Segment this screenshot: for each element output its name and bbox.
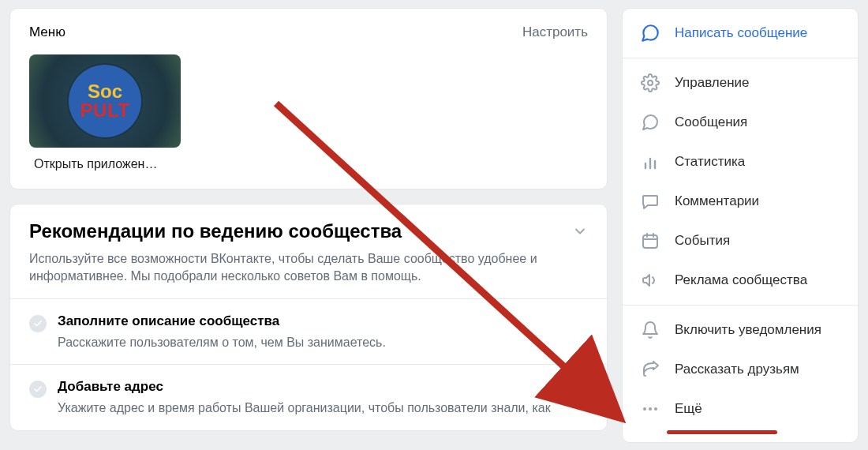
app-logo: Soc PULT (69, 65, 141, 137)
menu-title: Меню (29, 24, 65, 40)
sidebar-item-more[interactable]: Ещё (623, 389, 858, 429)
divider (623, 305, 858, 306)
divider (623, 58, 858, 58)
sidebar-item-comments[interactable]: Комментарии (623, 182, 858, 221)
sidebar-item-messages[interactable]: Сообщения (623, 103, 858, 142)
menu-settings-link[interactable]: Настроить (522, 24, 588, 40)
app-tile[interactable]: Soc PULT Открыть приложен… (29, 54, 181, 171)
message-bubble-icon (640, 23, 660, 43)
recommendations-card: Рекомендации по ведению сообщества Испол… (9, 204, 608, 431)
sidebar-item-label: Включить уведомления (675, 322, 821, 338)
svg-point-0 (648, 81, 653, 85)
menu-card: Меню Настроить Soc PULT Открыть приложен… (9, 8, 608, 189)
app-logo-line1: Soc (88, 82, 122, 101)
megaphone-icon (640, 270, 660, 291)
bell-icon (640, 320, 660, 340)
svg-point-7 (654, 407, 657, 411)
sidebar-item-manage[interactable]: Управление (623, 63, 858, 103)
recommendation-item[interactable]: Добавьте адрес Укажите адрес и время раб… (10, 364, 607, 429)
sidebar-item-label: Реклама сообщества (675, 272, 807, 288)
sidebar-item-label: Статистика (675, 154, 745, 170)
stats-icon (640, 152, 660, 172)
sidebar-item-label: Комментарии (675, 193, 759, 209)
sidebar-item-label: Ещё (675, 401, 702, 417)
app-thumbnail: Soc PULT (29, 54, 181, 148)
sidebar-item-label: Написать сообщение (675, 25, 807, 41)
sidebar-item-label: Сообщения (675, 114, 747, 130)
comment-icon (640, 191, 660, 212)
svg-point-5 (643, 407, 646, 411)
sidebar-item-label: События (675, 233, 730, 249)
svg-point-6 (649, 407, 652, 411)
chevron-down-icon[interactable] (572, 223, 588, 242)
recommendation-item-subtitle: Укажите адрес и время работы Вашей орган… (58, 399, 551, 417)
check-icon (29, 381, 47, 398)
recommendation-item[interactable]: Заполните описание сообщества Расскажите… (10, 298, 607, 364)
recommendation-item-subtitle: Расскажите пользователям о том, чем Вы з… (58, 334, 386, 351)
svg-rect-4 (643, 235, 657, 248)
sidebar-item-write-message[interactable]: Написать сообщение (623, 13, 858, 53)
sidebar-item-events[interactable]: События (623, 221, 858, 261)
sidebar-item-share[interactable]: Рассказать друзьям (623, 350, 858, 389)
sidebar-item-notifications[interactable]: Включить уведомления (623, 310, 858, 350)
sidebar: Написать сообщение Управление Сообщения (622, 8, 859, 443)
sidebar-item-label: Рассказать друзьям (675, 362, 799, 377)
chat-icon (640, 112, 660, 133)
app-caption: Открыть приложен… (29, 157, 181, 171)
highlight-underline (667, 430, 777, 434)
recommendations-title: Рекомендации по ведению сообщества (29, 220, 402, 242)
share-icon (640, 359, 660, 380)
more-icon (640, 399, 660, 419)
calendar-icon (640, 231, 660, 251)
recommendations-subtitle: Используйте все возможности ВКонтакте, ч… (29, 250, 588, 286)
sidebar-item-stats[interactable]: Статистика (623, 142, 858, 182)
check-icon (29, 315, 47, 332)
app-logo-line2: PULT (80, 101, 130, 120)
sidebar-item-label: Управление (675, 75, 750, 91)
recommendation-item-title: Добавьте адрес (58, 379, 551, 395)
recommendation-item-title: Заполните описание сообщества (58, 313, 386, 329)
gear-icon (640, 73, 660, 93)
sidebar-item-ads[interactable]: Реклама сообщества (623, 261, 858, 300)
